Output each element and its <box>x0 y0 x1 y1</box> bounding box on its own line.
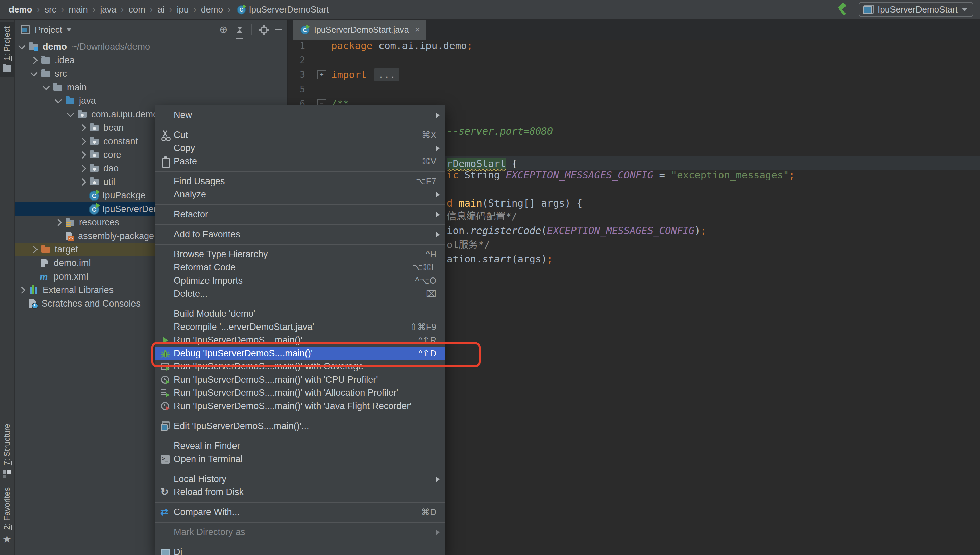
tree-item-label: Scratches and Consoles <box>42 298 141 309</box>
tool-stripe-project-button[interactable]: 1: Project <box>0 22 14 77</box>
menu-item-delete[interactable]: Delete...⌧ <box>155 287 445 300</box>
tree-item-demo[interactable]: demo~/Downloads/demo <box>14 40 287 53</box>
tree-toggle-icon[interactable] <box>79 151 86 158</box>
tree-toggle-icon[interactable] <box>79 178 86 185</box>
menu-item-run-ipuserverdemos-main-with-java-flight-recorder[interactable]: Run 'IpuServerDemoS....main()' with 'Jav… <box>155 399 445 413</box>
menu-separator <box>155 204 445 205</box>
breadcrumb-item[interactable]: IpuServerDemoStart <box>235 4 329 15</box>
build-hammer-icon[interactable] <box>836 3 850 16</box>
menu-icon-spacer <box>160 441 170 451</box>
breadcrumb-item[interactable]: demo <box>9 5 32 15</box>
folder-pkg-icon <box>89 136 100 147</box>
tool-stripe-structure-button[interactable]: 7: Structure <box>0 423 14 478</box>
project-panel-title[interactable]: Project <box>35 25 62 35</box>
code-token: d <box>447 197 459 209</box>
menu-item-browse-type-hierarchy[interactable]: Browse Type Hierarchy^H <box>155 248 445 261</box>
menu-item-reveal-in-finder[interactable]: Reveal in Finder <box>155 440 445 452</box>
code-token: ; <box>547 253 553 265</box>
tree-toggle-icon[interactable] <box>79 138 86 145</box>
scratch-icon <box>27 298 38 309</box>
close-icon[interactable]: × <box>415 25 420 35</box>
maven-icon: m <box>40 271 50 282</box>
menu-item-label: Local History <box>174 474 226 484</box>
run-configuration-selector[interactable]: IpuServerDemoStart <box>859 2 973 17</box>
collapse-all-icon[interactable] <box>235 26 244 34</box>
hide-panel-icon[interactable] <box>275 29 282 30</box>
breadcrumb-item[interactable]: src <box>45 5 56 15</box>
tree-toggle-icon[interactable] <box>43 83 50 90</box>
folded-code-placeholder[interactable]: ... <box>375 68 399 82</box>
code-token: rDemoStart <box>447 158 506 169</box>
tree-item-label: .idea <box>55 55 75 66</box>
breadcrumb-item[interactable]: com <box>129 5 145 15</box>
jfr-icon <box>160 401 170 411</box>
tree-spacer <box>31 261 35 265</box>
menu-item-refactor[interactable]: Refactor <box>155 208 445 221</box>
menu-item-copy[interactable]: Copy <box>155 142 445 155</box>
tree-item-label: bean <box>103 123 124 133</box>
code-token: ic <box>447 169 459 181</box>
menu-item-add-to-favorites[interactable]: Add to Favorites <box>155 228 445 241</box>
tree-item--idea[interactable]: .idea <box>14 53 287 67</box>
menu-item-run-ipuserverdemos-main-with-allocation-profiler[interactable]: Run 'IpuServerDemoS....main()' with 'All… <box>155 387 445 399</box>
menu-item-build-module-demo[interactable]: Build Module 'demo' <box>155 307 445 321</box>
menu-icon-spacer <box>160 210 170 220</box>
code-token: = <box>653 169 671 181</box>
tool-stripe-favorites-button[interactable]: 2: Favorites ★ <box>0 488 14 545</box>
tree-toggle-icon[interactable] <box>30 246 37 253</box>
menu-item-compare-with[interactable]: ⇄Compare With...⌘D <box>155 506 445 519</box>
code-token: --server.port=8080 <box>447 125 553 137</box>
code-token: start <box>482 253 512 265</box>
tree-toggle-icon[interactable] <box>79 124 86 131</box>
menu-item-new[interactable]: New <box>155 109 445 122</box>
tree-toggle-icon[interactable] <box>79 165 86 172</box>
tree-toggle-icon[interactable] <box>18 286 26 294</box>
tree-item-main[interactable]: main <box>14 80 287 94</box>
menu-item-recompile-erverdemostart-java[interactable]: Recompile '...erverDemoStart.java'⇧⌘F9 <box>155 321 445 334</box>
tree-item-src[interactable]: src <box>14 67 287 80</box>
app-window-icon <box>863 5 874 14</box>
menu-item-local-history[interactable]: Local History <box>155 473 445 486</box>
gear-icon[interactable] <box>259 26 268 34</box>
tree-toggle-icon[interactable] <box>55 96 62 103</box>
menu-item-reload-from-disk[interactable]: ↻Reload from Disk <box>155 486 445 499</box>
tree-toggle-icon[interactable] <box>55 219 62 226</box>
editor-tab-bar: IpuServerDemoStart.java × <box>288 19 980 40</box>
editor-tab[interactable]: IpuServerDemoStart.java × <box>293 19 426 40</box>
breadcrumb-item[interactable]: java <box>100 5 116 15</box>
breadcrumb-item[interactable]: demo <box>201 5 223 15</box>
menu-item-optimize-imports[interactable]: Optimize Imports^⌥O <box>155 274 445 287</box>
code-token: ) <box>695 225 700 236</box>
tree-toggle-icon[interactable] <box>67 110 74 117</box>
menu-item-run-ipuserverdemos-main-with-cpu-profiler[interactable]: Run 'IpuServerDemoS....main()' with 'CPU… <box>155 373 445 387</box>
submenu-arrow-icon <box>436 112 440 118</box>
tree-spacer <box>56 234 60 238</box>
menu-item-di[interactable]: Di <box>155 545 445 555</box>
menu-separator <box>155 522 445 523</box>
menu-item-edit-ipuserverdemos-main[interactable]: Edit 'IpuServerDemoS....main()'... <box>155 419 445 433</box>
tree-toggle-icon[interactable] <box>30 69 37 76</box>
fold-toggle-icon[interactable]: + <box>317 70 326 79</box>
locate-file-icon[interactable]: ⊕ <box>219 25 228 35</box>
menu-item-find-usages[interactable]: Find Usages⌥F7 <box>155 175 445 188</box>
menu-item-open-in-terminal[interactable]: Open in Terminal <box>155 452 445 466</box>
tree-toggle-icon[interactable] <box>18 42 26 49</box>
menu-item-reformat-code[interactable]: Reformat Code⌥⌘L <box>155 261 445 274</box>
menu-item-analyze[interactable]: Analyze <box>155 188 445 201</box>
chevron-down-icon <box>962 8 968 11</box>
code-token: ion. <box>447 225 471 236</box>
breadcrumb-item[interactable]: ipu <box>177 5 189 15</box>
menu-item-label: Mark Directory as <box>174 527 245 537</box>
code-token: ; <box>701 225 706 236</box>
code-token: ot服务*/ <box>447 239 490 250</box>
menu-icon-spacer <box>160 289 170 299</box>
menu-item-cut[interactable]: Cut⌘X <box>155 128 445 142</box>
menu-separator <box>155 436 445 436</box>
tree-toggle-icon[interactable] <box>30 56 37 64</box>
code-token: 信息编码配置*/ <box>447 210 517 222</box>
breadcrumb-item[interactable]: main <box>69 5 88 15</box>
code-line-fragment: ation.start(args); <box>447 252 553 266</box>
tree-item-label: constant <box>103 136 138 147</box>
breadcrumb-item[interactable]: ai <box>158 5 165 15</box>
menu-item-paste[interactable]: Paste⌘V <box>155 155 445 168</box>
